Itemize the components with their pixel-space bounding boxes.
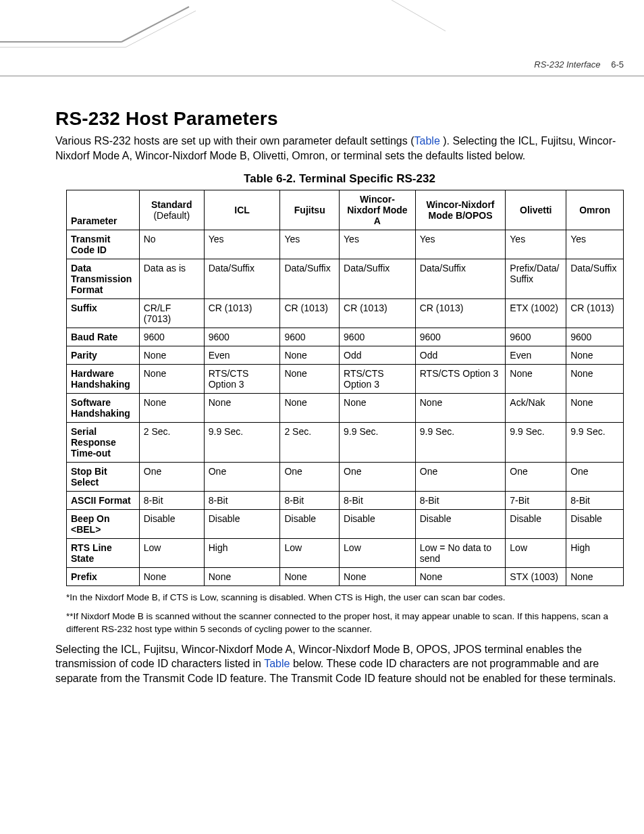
- cell-omron: None: [566, 568, 624, 586]
- cell-wnb: Odd: [415, 346, 506, 365]
- cell-omron: Data/Suffix: [566, 259, 624, 299]
- cell-icl: RTS/CTS Option 3: [204, 365, 280, 394]
- cell-std: Low: [139, 539, 204, 568]
- after-table-paragraph: Selecting the ICL, Fujitsu, Wincor-Nixdo…: [55, 642, 624, 686]
- cell-wnb: None: [415, 568, 506, 586]
- cell-icl: One: [204, 463, 280, 492]
- table-row: Serial Response Time-out2 Sec.9.9 Sec.2 …: [67, 423, 624, 463]
- cell-std: 2 Sec.: [139, 423, 204, 463]
- cell-fujitsu: 9600: [280, 328, 340, 346]
- cell-olivetti: Even: [506, 346, 566, 365]
- page-title: RS-232 Host Parameters: [55, 108, 624, 130]
- table-row: Beep On <BEL>DisableDisableDisableDisabl…: [67, 510, 624, 539]
- cell-std: None: [139, 394, 204, 423]
- col-icl: ICL: [204, 190, 280, 230]
- cell-fujitsu: Low: [280, 539, 340, 568]
- cell-olivetti: Low: [506, 539, 566, 568]
- cell-olivetti: ETX (1002): [506, 299, 566, 328]
- cell-wna: Yes: [340, 230, 416, 259]
- cell-fujitsu: Data/Suffix: [280, 259, 340, 299]
- col-wincor-a: Wincor-Nixdorf Mode A: [340, 190, 416, 230]
- cell-fujitsu: One: [280, 463, 340, 492]
- cell-std: None: [139, 568, 204, 586]
- cell-wna: 9600: [340, 328, 416, 346]
- cell-wnb: Data/Suffix: [415, 259, 506, 299]
- cell-wnb: None: [415, 394, 506, 423]
- param-name-cell: Software Handshaking: [67, 394, 140, 423]
- param-name-cell: Parity: [67, 346, 140, 365]
- cell-wna: Data/Suffix: [340, 259, 416, 299]
- cell-fujitsu: 2 Sec.: [280, 423, 340, 463]
- cell-olivetti: Ack/Nak: [506, 394, 566, 423]
- cell-wna: Low: [340, 539, 416, 568]
- cell-wna: None: [340, 568, 416, 586]
- cell-omron: One: [566, 463, 624, 492]
- cell-icl: None: [204, 394, 280, 423]
- table-row: PrefixNoneNoneNoneNoneNoneSTX (1003)None: [67, 568, 624, 586]
- table-header-row: Parameter Standard (Default) ICL Fujitsu…: [67, 190, 624, 230]
- col-fujitsu: Fujitsu: [280, 190, 340, 230]
- table-row: ParityNoneEvenNoneOddOddEvenNone: [67, 346, 624, 365]
- cell-std: None: [139, 365, 204, 394]
- param-name-cell: Transmit Code ID: [67, 230, 140, 259]
- intro-table-link[interactable]: Table: [414, 135, 444, 147]
- cell-omron: 9.9 Sec.: [566, 423, 624, 463]
- table-row: Software HandshakingNoneNoneNoneNoneNone…: [67, 394, 624, 423]
- table-row: SuffixCR/LF (7013)CR (1013)CR (1013)CR (…: [67, 299, 624, 328]
- cell-icl: High: [204, 539, 280, 568]
- cell-wna: RTS/CTS Option 3: [340, 365, 416, 394]
- cell-icl: Data/Suffix: [204, 259, 280, 299]
- table-row: Baud Rate9600960096009600960096009600: [67, 328, 624, 346]
- cell-wnb: Disable: [415, 510, 506, 539]
- col-standard-top: Standard: [151, 199, 192, 210]
- cell-omron: 8-Bit: [566, 492, 624, 510]
- cell-omron: 9600: [566, 328, 624, 346]
- cell-wnb: 9.9 Sec.: [415, 423, 506, 463]
- table-row: Transmit Code IDNoYesYesYesYesYesYes: [67, 230, 624, 259]
- param-name-cell: Baud Rate: [67, 328, 140, 346]
- param-name-cell: Stop Bit Select: [67, 463, 140, 492]
- cell-fujitsu: None: [280, 568, 340, 586]
- cell-wna: Disable: [340, 510, 416, 539]
- cell-wnb: RTS/CTS Option 3: [415, 365, 506, 394]
- cell-std: Disable: [139, 510, 204, 539]
- cell-icl: Even: [204, 346, 280, 365]
- table-row: Stop Bit SelectOneOneOneOneOneOneOne: [67, 463, 624, 492]
- cell-icl: Yes: [204, 230, 280, 259]
- cell-std: CR/LF (7013): [139, 299, 204, 328]
- intro-text-pre: Various RS-232 hosts are set up with the…: [55, 135, 414, 147]
- cell-fujitsu: None: [280, 346, 340, 365]
- col-standard: Standard (Default): [139, 190, 204, 230]
- cell-olivetti: None: [506, 365, 566, 394]
- table-caption: Table 6-2. Terminal Specific RS-232: [55, 172, 624, 186]
- cell-fujitsu: None: [280, 365, 340, 394]
- cell-fujitsu: 8-Bit: [280, 492, 340, 510]
- cell-std: No: [139, 230, 204, 259]
- cell-omron: Disable: [566, 510, 624, 539]
- svg-line-4: [392, 0, 446, 31]
- svg-line-1: [122, 7, 189, 42]
- after-table-link[interactable]: Table: [264, 658, 293, 669]
- cell-icl: 9600: [204, 328, 280, 346]
- col-standard-sub: (Default): [144, 210, 200, 221]
- cell-olivetti: One: [506, 463, 566, 492]
- col-wincor-b: Wincor-Nixdorf Mode B/OPOS: [415, 190, 506, 230]
- cell-omron: CR (1013): [566, 299, 624, 328]
- cell-olivetti: Yes: [506, 230, 566, 259]
- cell-olivetti: STX (1003): [506, 568, 566, 586]
- cell-wna: 9.9 Sec.: [340, 423, 416, 463]
- cell-omron: High: [566, 539, 624, 568]
- footnote-1: *In the Nixdorf Mode B, if CTS is Low, s…: [66, 592, 624, 604]
- param-name-cell: Hardware Handshaking: [67, 365, 140, 394]
- col-parameter: Parameter: [67, 190, 140, 230]
- cell-olivetti: 7-Bit: [506, 492, 566, 510]
- cell-wna: 8-Bit: [340, 492, 416, 510]
- cell-wnb: Low = No data to send: [415, 539, 506, 568]
- cell-wnb: 8-Bit: [415, 492, 506, 510]
- cell-fujitsu: None: [280, 394, 340, 423]
- cell-std: Data as is: [139, 259, 204, 299]
- cell-std: One: [139, 463, 204, 492]
- cell-icl: CR (1013): [204, 299, 280, 328]
- cell-std: 8-Bit: [139, 492, 204, 510]
- cell-wna: CR (1013): [340, 299, 416, 328]
